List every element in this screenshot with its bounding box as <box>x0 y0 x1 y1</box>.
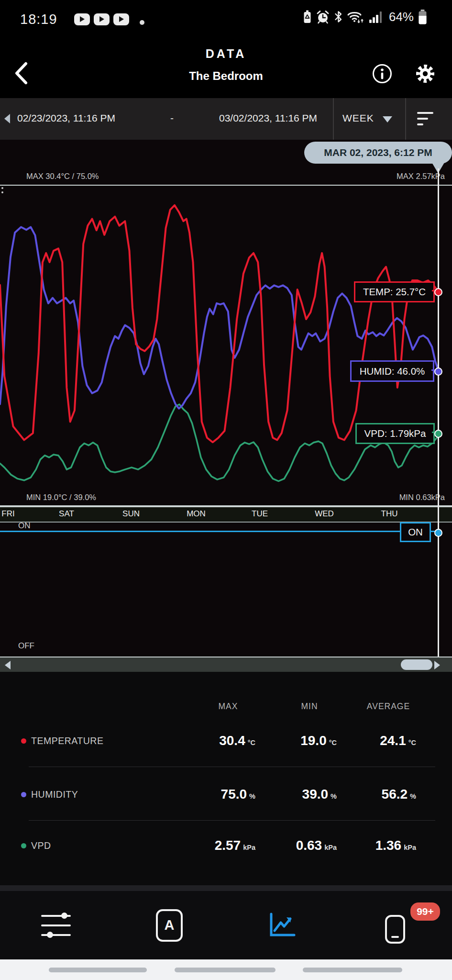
unit-label: kPa <box>404 844 416 851</box>
line-chart[interactable] <box>0 185 452 506</box>
range-end-date[interactable]: 03/02/2023, 11:16 PM <box>219 112 317 124</box>
gear-icon <box>414 63 436 85</box>
edge-handle-dot <box>1 187 3 189</box>
range-selector-dropdown[interactable]: WEEK <box>342 112 374 124</box>
info-button[interactable] <box>372 63 393 84</box>
col-header-average: AVERAGE <box>367 702 410 713</box>
vpd-max-value: 2.57 <box>215 838 241 853</box>
x-tick-tue: TUE <box>252 509 268 519</box>
scrollbar-thumb[interactable] <box>401 659 432 670</box>
battery-percent: 64% <box>389 10 414 24</box>
humidity-readout-box: HUMID: 46.0% <box>350 360 434 382</box>
device-on-line <box>0 531 400 532</box>
row-divider <box>29 820 435 821</box>
x-tick-wed: WED <box>315 509 334 519</box>
line-chart-icon <box>268 913 296 938</box>
axis-min-temp-humid: MIN 19.0°C / 39.0% <box>26 493 96 502</box>
summary-table: MAX MIN AVERAGE TEMPERATURE 30.4°C 19.0°… <box>0 671 452 885</box>
nav-notifications-button[interactable]: 99+ <box>357 891 433 959</box>
divider <box>405 98 406 140</box>
youtube-notification-icon <box>94 13 110 25</box>
clock: 18:19 <box>20 11 57 27</box>
date-range-bar: 02/23/2023, 11:16 PM - 03/02/2023, 11:16… <box>0 98 452 140</box>
chart-scrollbar[interactable] <box>0 657 452 672</box>
nav-controls-button[interactable] <box>18 891 95 959</box>
scroll-left-arrow-icon[interactable] <box>5 661 11 669</box>
system-gesture-bar <box>0 959 452 980</box>
cell-signal-icon <box>369 10 384 23</box>
nav-divider <box>0 885 452 891</box>
x-tick-sun: SUN <box>122 509 140 519</box>
vpd-avg-value: 1.36 <box>375 838 402 853</box>
scroll-right-arrow-icon[interactable] <box>434 661 440 669</box>
device-axis-on-label: ON <box>18 521 31 531</box>
row-label: VPD <box>31 840 51 851</box>
sliders-icon <box>41 912 72 939</box>
vpd-min-value: 0.63 <box>296 838 322 853</box>
row-label: HUMIDITY <box>31 789 78 800</box>
unit-label: % <box>410 792 416 800</box>
humidity-series-dot <box>21 792 26 797</box>
vpd-readout-box: VPD: 1.79kPa <box>355 423 435 444</box>
page-title: DATA <box>0 47 452 61</box>
youtube-notification-icon <box>113 13 129 25</box>
temp-min-value: 19.0 <box>300 733 327 748</box>
x-axis-day-band: FRI SAT SUN MON TUE WED THU <box>0 506 452 523</box>
device-axis-off-label: OFF <box>18 641 34 651</box>
x-tick-sat: SAT <box>59 509 74 519</box>
temp-avg-value: 24.1 <box>380 733 406 748</box>
app-header: DATA The Bedroom <box>0 33 452 98</box>
nav-key-recents[interactable] <box>49 968 147 972</box>
battery-icon <box>418 10 427 24</box>
nav-automation-button[interactable]: A <box>131 891 208 959</box>
chart-cursor-line[interactable] <box>438 168 439 657</box>
chevron-down-icon[interactable] <box>383 116 392 122</box>
chart-options-button[interactable] <box>417 112 434 126</box>
temp-max-value: 30.4 <box>219 733 245 748</box>
notification-dot-icon <box>140 20 144 25</box>
device-readout-box: ON <box>400 522 431 542</box>
device-icon <box>383 913 408 945</box>
wifi-icon <box>347 10 365 24</box>
x-tick-mon: MON <box>187 509 206 519</box>
battery-saver-icon <box>303 10 311 23</box>
bluetooth-icon <box>334 10 342 23</box>
previous-range-icon[interactable] <box>4 114 10 123</box>
table-row-humidity: HUMIDITY 75.0% 39.0% 56.2% <box>0 784 452 805</box>
table-row-vpd: VPD 2.57kPa 0.63kPa 1.36kPa <box>0 835 452 856</box>
notification-badge: 99+ <box>410 902 440 921</box>
status-bar: 18:19 <box>0 0 452 33</box>
settings-button[interactable] <box>414 63 436 85</box>
device-cursor-dot <box>434 529 442 537</box>
x-tick-fri: FRI <box>1 509 14 519</box>
divider <box>333 98 334 140</box>
bottom-navigation: A 99+ <box>0 891 452 959</box>
humidity-min-value: 39.0 <box>302 787 329 802</box>
row-divider <box>29 767 435 767</box>
row-label: TEMPERATURE <box>31 735 103 746</box>
temp-readout-box: TEMP: 25.7°C <box>354 281 435 302</box>
humidity-max-value: 75.0 <box>221 787 247 802</box>
range-separator: - <box>170 112 174 124</box>
temp-cursor-dot <box>434 288 442 296</box>
edge-handle-dot <box>1 191 3 193</box>
vpd-series-dot <box>21 843 26 848</box>
range-start-date[interactable]: 02/23/2023, 11:16 PM <box>17 112 115 124</box>
nav-data-button-active[interactable] <box>244 891 320 959</box>
chart-section: MAR 02, 2023, 6:12 PM MAX 30.4°C / 75.0%… <box>0 140 452 671</box>
info-icon <box>372 63 393 84</box>
vpd-cursor-dot <box>434 430 442 438</box>
x-tick-thu: THU <box>381 509 398 519</box>
humidity-avg-value: 56.2 <box>382 787 408 802</box>
col-header-max: MAX <box>219 702 238 713</box>
humidity-cursor-dot <box>434 368 442 376</box>
table-row-temperature: TEMPERATURE 30.4°C 19.0°C 24.1°C <box>0 730 452 751</box>
nav-key-back[interactable] <box>303 968 402 972</box>
nav-key-home[interactable] <box>175 968 276 972</box>
a-mode-icon: A <box>156 909 183 942</box>
youtube-notification-icon <box>74 13 90 25</box>
alarm-icon <box>316 10 330 24</box>
cursor-tooltip: MAR 02, 2023, 6:12 PM <box>304 142 452 164</box>
axis-max-temp-humid: MAX 30.4°C / 75.0% <box>26 172 99 181</box>
app-screen: 18:19 <box>0 0 452 980</box>
